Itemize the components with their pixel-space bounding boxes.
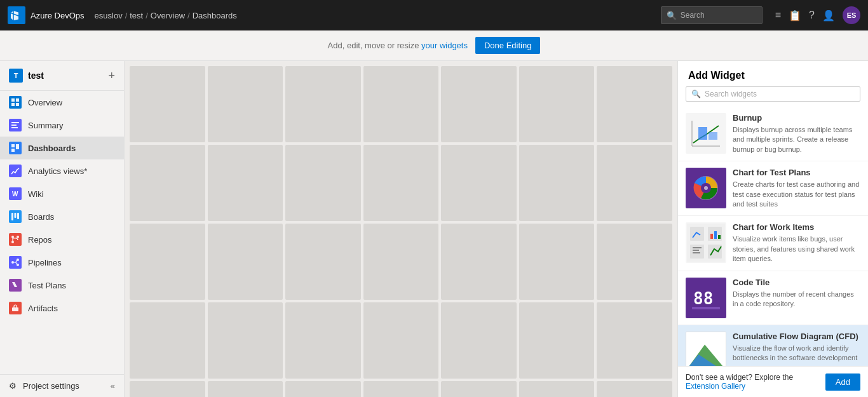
person-icon[interactable]: 👤 [822,10,835,22]
sidebar-item-dashboards[interactable]: Dashboards [0,137,124,159]
clipboard-icon[interactable]: 📋 [789,10,801,22]
svg-rect-35 [718,235,721,239]
done-editing-button[interactable]: Done Editing [475,37,540,54]
grid-cell [285,145,361,221]
grid-cell [208,66,283,142]
svg-rect-5 [11,124,17,126]
global-search[interactable]: 🔍 Search [661,6,763,24]
sidebar-item-overview[interactable]: Overview [0,91,124,114]
widget-search[interactable]: 🔍 Search widgets [686,86,860,102]
svg-rect-12 [15,213,17,218]
search-icon: 🔍 [667,11,677,20]
testplans-info: Chart for Test Plans Create charts for t… [733,168,860,209]
breadcrumb-sep3: / [187,11,190,20]
grid-cell [208,145,283,221]
sidebar-item-boards[interactable]: Boards [0,205,124,228]
grid-cell [208,224,283,300]
widget-item-burnup[interactable]: Burnup Displays burnup across multiple t… [678,107,868,161]
add-project-button[interactable]: + [108,69,115,83]
svg-point-16 [11,241,14,243]
sidebar-item-testplans[interactable]: Test Plans [0,274,124,297]
grid-cell [208,302,283,379]
summary-label: Summary [28,121,64,130]
cfd-thumbnail [686,332,726,366]
burnup-desc: Displays burnup across multiple teams an… [733,125,860,154]
svg-rect-7 [11,144,15,147]
codetile-info: Code Tile Displays the number of recent … [733,278,860,318]
grid-cell [285,224,361,300]
grid-cell [363,66,439,142]
repos-label: Repos [28,235,52,245]
svg-rect-2 [11,103,15,106]
breadcrumb-project[interactable]: test [130,11,143,20]
repos-icon [9,233,22,246]
extension-gallery-link[interactable]: Extension Gallery [686,382,745,391]
grid-cell [441,145,517,221]
sidebar-item-repos[interactable]: Repos [0,228,124,251]
widget-list: Burnup Displays burnup across multiple t… [678,107,868,366]
widget-item-code-tile[interactable]: 88 Code Tile Displays the number of rece… [678,271,868,325]
workitems-info: Chart for Work Items Visualize work item… [733,222,860,264]
sidebar-item-analytics[interactable]: Analytics views* [0,159,124,182]
svg-rect-24 [698,127,707,140]
topbar: Azure DevOps esuslov / test / Overview /… [0,0,868,30]
workitems-thumbnail [686,222,726,263]
svg-rect-0 [11,98,15,102]
pipelines-label: Pipelines [28,258,62,267]
svg-text:88: 88 [693,289,713,308]
sidebar-item-summary[interactable]: Summary [0,114,124,137]
grid-cell [597,145,672,221]
grid-cell [441,66,517,142]
breadcrumb-user[interactable]: esuslov [95,11,123,20]
sidebar-item-wiki[interactable]: W Wiki [0,182,124,205]
burnup-info: Burnup Displays burnup across multiple t… [733,113,860,154]
widget-search-icon: 🔍 [691,90,701,98]
cfd-name: Cumulative Flow Diagram (CFD) [733,332,860,341]
widget-item-cfd[interactable]: Cumulative Flow Diagram (CFD) Visualize … [678,325,868,366]
grid-cell [519,224,595,300]
widget-grid [127,64,675,397]
widgets-link[interactable]: your widgets [421,41,468,50]
grid-cell [285,381,361,397]
widget-search-placeholder: Search widgets [705,90,757,98]
widget-item-chart-work-items[interactable]: Chart for Work Items Visualize work item… [678,216,868,271]
breadcrumb-overview[interactable]: Overview [151,11,185,20]
dashboard-area [125,61,677,397]
help-icon[interactable]: ? [809,10,815,21]
svg-text:W: W [12,191,18,198]
dashboards-label: Dashboards [28,144,76,153]
boards-icon [9,210,22,223]
svg-rect-36 [690,245,704,259]
breadcrumb-dashboards[interactable]: Dashboards [193,11,237,20]
analytics-label: Analytics views* [28,166,87,176]
sidebar-item-artifacts[interactable]: Artifacts [0,297,124,320]
codetile-thumbnail: 88 [686,278,726,318]
cfd-info: Cumulative Flow Diagram (CFD) Visualize … [733,332,860,366]
grid-cell [363,381,439,397]
list-icon[interactable]: ≡ [775,10,781,21]
search-placeholder: Search [681,11,705,20]
collapse-sidebar-button[interactable]: « [111,381,115,391]
project-settings-item[interactable]: ⚙ Project settings « [0,375,124,397]
sidebar-item-pipelines[interactable]: Pipelines [0,251,124,274]
svg-rect-40 [708,245,722,259]
settings-label: Project settings [23,381,79,391]
grid-cell [130,66,205,142]
sidebar-bottom: ⚙ Project settings « [0,374,124,397]
grid-cell [519,302,595,379]
svg-rect-1 [16,98,19,102]
add-widget-button[interactable]: Add [825,373,860,391]
grid-cell [363,224,439,300]
project-icon: T [9,69,23,83]
wiki-label: Wiki [28,189,44,199]
widget-panel-footer: Don't see a widget? Explore the Extensio… [678,366,868,397]
main-layout: T test + Overview [0,61,868,397]
svg-rect-39 [693,252,700,253]
grid-cell [519,145,595,221]
grid-cell [597,224,672,300]
workitems-desc: Visualize work items like bugs, user sto… [733,234,860,264]
svg-rect-38 [693,250,699,251]
widget-item-chart-test-plans[interactable]: Chart for Test Plans Create charts for t… [678,161,868,216]
user-avatar[interactable]: ES [843,6,860,24]
project-header: T test + [0,61,124,91]
